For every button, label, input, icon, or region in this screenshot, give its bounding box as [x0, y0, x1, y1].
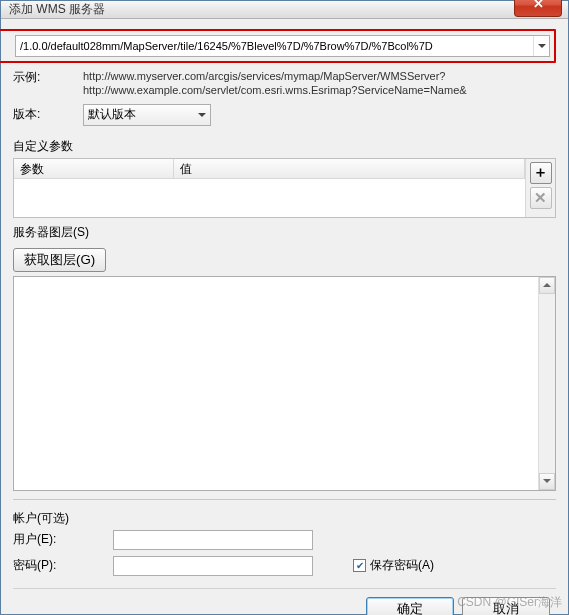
- scroll-down-button[interactable]: [539, 473, 555, 490]
- arrow-up-icon: [543, 283, 551, 287]
- param-header: 参数 值: [14, 159, 525, 179]
- url-row: URL(U):: [13, 29, 556, 63]
- param-col-value: 值: [174, 159, 525, 178]
- arrow-down-icon: [543, 479, 551, 483]
- divider: [13, 499, 556, 500]
- dialog-body: URL(U): 示例: http://www.myserver.com/arcg…: [1, 19, 568, 615]
- cancel-button[interactable]: 取消: [462, 597, 550, 615]
- remove-param-button[interactable]: ✕: [530, 187, 552, 209]
- param-side-buttons: ＋ ✕: [525, 159, 555, 217]
- password-input[interactable]: [113, 556, 313, 576]
- scroll-track[interactable]: [539, 294, 555, 473]
- save-password-row: ✔ 保存密码(A): [353, 557, 434, 574]
- chevron-down-icon: [538, 44, 546, 48]
- version-value: 默认版本: [88, 106, 136, 123]
- user-row: 用户(E):: [13, 530, 556, 550]
- user-label: 用户(E):: [13, 531, 113, 548]
- example-label: 示例:: [13, 69, 83, 86]
- custom-params-label: 自定义参数: [13, 138, 556, 155]
- layers-listbox[interactable]: [13, 276, 556, 491]
- url-dropdown-button[interactable]: [533, 36, 549, 56]
- ok-button[interactable]: 确定: [366, 597, 454, 615]
- example-line1: http://www.myserver.com/arcgis/services/…: [83, 69, 467, 83]
- param-col-name: 参数: [14, 159, 174, 178]
- password-label: 密码(P):: [13, 557, 113, 574]
- add-param-button[interactable]: ＋: [530, 162, 552, 184]
- window-title: 添加 WMS 服务器: [9, 1, 105, 18]
- version-row: 版本: 默认版本: [13, 104, 556, 126]
- url-highlight-box: URL(U):: [0, 29, 556, 63]
- example-line2: http://www.example.com/servlet/com.esri.…: [83, 83, 467, 97]
- save-password-checkbox[interactable]: ✔: [353, 559, 366, 572]
- scroll-up-button[interactable]: [539, 277, 555, 294]
- custom-params-table[interactable]: 参数 值: [14, 159, 525, 217]
- x-icon: ✕: [534, 189, 547, 207]
- url-label: URL(U):: [0, 39, 15, 53]
- save-password-label: 保存密码(A): [370, 557, 434, 574]
- account-label: 帐户(可选): [13, 510, 556, 527]
- layers-list-inner: [14, 277, 538, 490]
- close-icon: ✕: [533, 0, 544, 11]
- layers-scrollbar[interactable]: [538, 277, 555, 490]
- example-row: 示例: http://www.myserver.com/arcgis/servi…: [13, 69, 556, 98]
- get-layers-button[interactable]: 获取图层(G): [13, 248, 106, 272]
- user-input[interactable]: [113, 530, 313, 550]
- url-input[interactable]: [16, 36, 533, 56]
- custom-params-box: 参数 值 ＋ ✕: [13, 158, 556, 218]
- server-layers-label: 服务器图层(S): [13, 224, 556, 241]
- password-row: 密码(P): ✔ 保存密码(A): [13, 556, 556, 576]
- version-select[interactable]: 默认版本: [83, 104, 211, 126]
- example-text-block: http://www.myserver.com/arcgis/services/…: [83, 69, 467, 98]
- dialog-window: 添加 WMS 服务器 ✕ URL(U): 示例: http://www.myse…: [0, 0, 569, 615]
- url-combo[interactable]: [15, 35, 550, 57]
- version-label: 版本:: [13, 106, 83, 123]
- chevron-down-icon: [198, 113, 206, 117]
- check-icon: ✔: [356, 560, 364, 571]
- footer: 确定 取消: [13, 588, 556, 615]
- plus-icon: ＋: [533, 163, 548, 182]
- close-button[interactable]: ✕: [514, 0, 562, 17]
- titlebar[interactable]: 添加 WMS 服务器 ✕: [1, 1, 568, 19]
